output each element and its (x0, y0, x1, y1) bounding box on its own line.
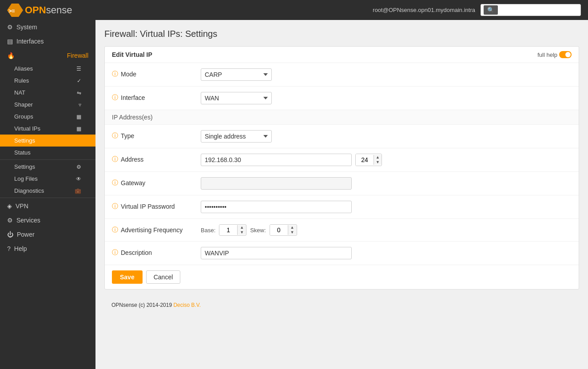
type-info-icon[interactable]: ⓘ (112, 132, 118, 140)
sidebar-sub-rules[interactable]: Rules ✓ (0, 75, 95, 87)
sidebar-label-vpn: VPN (16, 202, 88, 210)
groups-label: Groups (14, 113, 33, 120)
interfaces-icon: ▤ (7, 38, 13, 45)
footer-link[interactable]: Deciso B.V. (173, 302, 201, 308)
sidebar-item-help[interactable]: ? Help (0, 242, 95, 256)
skew-up-button[interactable]: ▲ (288, 225, 297, 230)
sidebar-item-services[interactable]: ⚙ Services (0, 213, 95, 227)
search-button[interactable]: 🔍 (484, 5, 498, 15)
virtualips-icon: ▦ (76, 126, 81, 132)
address-info-icon[interactable]: ⓘ (112, 155, 118, 163)
sidebar-item-system[interactable]: ⚙ System (0, 20, 95, 34)
form-row-vip-password: ⓘ Virtual IP Password (105, 195, 579, 219)
address-control: ▲ ▼ (201, 154, 572, 166)
system-icon: ⚙ (7, 24, 13, 31)
virtualips-label: Virtual IPs (14, 125, 40, 132)
prefix-down-button[interactable]: ▼ (374, 160, 381, 165)
sidebar-sub-shaper[interactable]: Shaper ▿ (0, 99, 95, 111)
svg-text:=: = (12, 8, 15, 14)
full-help-toggle[interactable]: full help (537, 51, 572, 58)
interface-control: WAN LAN (201, 92, 572, 104)
ip-addresses-label: IP Address(es) (112, 114, 153, 121)
base-spin-buttons: ▲ ▼ (237, 225, 246, 235)
adv-freq-info-icon[interactable]: ⓘ (112, 226, 118, 234)
type-select[interactable]: Single address Network FQDN (201, 130, 272, 143)
sidebar-sub-settings[interactable]: Settings (0, 135, 95, 147)
topbar-search[interactable]: 🔍 (481, 4, 581, 16)
mode-info-icon[interactable]: ⓘ (112, 70, 118, 78)
address-label: Address (121, 156, 143, 163)
sidebar-sub-fw-settings[interactable]: Settings ⚙ (0, 161, 95, 173)
sidebar-label-system: System (16, 24, 88, 31)
nat-icon: ⇋ (77, 90, 81, 96)
edit-virtual-ip-card: Edit Virtual IP full help ⓘ Mode CARP IP… (104, 46, 579, 290)
base-spinbox: ▲ ▼ (219, 224, 246, 236)
help-toggle-switch[interactable] (559, 51, 572, 58)
gateway-input[interactable] (201, 177, 352, 190)
logo-opn: OPN (25, 4, 46, 16)
skew-input[interactable] (270, 225, 288, 235)
sidebar-divider1 (0, 159, 95, 160)
type-control: Single address Network FQDN (201, 130, 572, 143)
mode-control: CARP IP Alias Proxy ARP Other (201, 68, 572, 81)
form-row-address: ⓘ Address ▲ ▼ (105, 148, 579, 172)
sidebar-sub-logfiles[interactable]: Log Files 👁 (0, 173, 95, 185)
sidebar-sub-virtualips[interactable]: Virtual IPs ▦ (0, 123, 95, 135)
logo: > = OPNsense (7, 4, 72, 17)
help-icon: ? (7, 245, 11, 252)
nat-label: NAT (14, 89, 25, 96)
form-row-adv-freq: ⓘ Advertising Frequency Base: ▲ ▼ (105, 219, 579, 242)
sidebar-item-vpn[interactable]: ◈ VPN (0, 199, 95, 213)
adv-freq-label: Advertising Frequency (121, 226, 183, 234)
card-header: Edit Virtual IP full help (105, 47, 579, 63)
interface-info-icon[interactable]: ⓘ (112, 94, 118, 102)
fw-settings-icon: ⚙ (76, 164, 81, 170)
sidebar-item-interfaces[interactable]: ▤ Interfaces (0, 34, 95, 48)
sidebar-sub-status[interactable]: Status (0, 147, 95, 159)
prefix-up-button[interactable]: ▲ (374, 155, 381, 160)
vpn-icon: ◈ (7, 202, 12, 210)
search-input[interactable] (498, 7, 578, 13)
aliases-label: Aliases (14, 65, 33, 72)
footer: OPNsense (c) 2014-2019 Deciso B.V. (104, 297, 579, 313)
gateway-info-icon[interactable]: ⓘ (112, 179, 118, 187)
address-input[interactable] (201, 154, 352, 166)
sidebar-sub-aliases[interactable]: Aliases ☰ (0, 63, 95, 75)
sidebar-sub-diagnostics[interactable]: Diagnostics 💼 (0, 185, 95, 197)
form-row-type: ⓘ Type Single address Network FQDN (105, 125, 579, 148)
sidebar-sub-groups[interactable]: Groups ▦ (0, 111, 95, 123)
sidebar-sub-nat[interactable]: NAT ⇋ (0, 87, 95, 99)
skew-label: Skew: (250, 227, 266, 234)
save-button[interactable]: Save (112, 270, 143, 284)
logo-icon: > = (7, 4, 23, 17)
firewall-icon: 🔥 (7, 52, 15, 59)
cancel-button[interactable]: Cancel (146, 270, 181, 284)
base-down-button[interactable]: ▼ (238, 230, 246, 235)
base-up-button[interactable]: ▲ (238, 225, 246, 230)
sidebar-label-power: Power (17, 231, 88, 238)
main-content: Firewall: Virtual IPs: Settings Edit Vir… (95, 20, 588, 369)
shaper-icon: ▿ (79, 102, 81, 108)
base-input[interactable] (219, 225, 237, 235)
skew-spinbox: ▲ ▼ (270, 224, 297, 236)
interface-label: Interface (121, 94, 145, 101)
interface-select[interactable]: WAN LAN (201, 92, 272, 104)
prefix-input[interactable] (356, 154, 373, 166)
vip-password-info-icon[interactable]: ⓘ (112, 202, 118, 210)
sidebar-section-firewall[interactable]: 🔥 Firewall (0, 48, 95, 63)
mode-label-wrap: ⓘ Mode (112, 68, 201, 78)
sidebar-item-power[interactable]: ⏻ Power (0, 227, 95, 242)
rules-label: Rules (14, 77, 29, 84)
description-label-wrap: ⓘ Description (112, 247, 201, 257)
power-icon: ⏻ (7, 231, 13, 238)
sidebar: ⚙ System ▤ Interfaces 🔥 Firewall Aliases… (0, 20, 95, 369)
mode-select[interactable]: CARP IP Alias Proxy ARP Other (201, 68, 272, 81)
skew-down-button[interactable]: ▼ (288, 230, 297, 235)
layout: ⚙ System ▤ Interfaces 🔥 Firewall Aliases… (0, 20, 588, 369)
diagnostics-label: Diagnostics (14, 187, 44, 194)
description-input[interactable] (201, 247, 352, 259)
settings-sub-label: Settings (14, 137, 35, 144)
description-info-icon[interactable]: ⓘ (112, 249, 118, 257)
vip-password-label-wrap: ⓘ Virtual IP Password (112, 201, 201, 210)
vip-password-input[interactable] (201, 201, 352, 213)
